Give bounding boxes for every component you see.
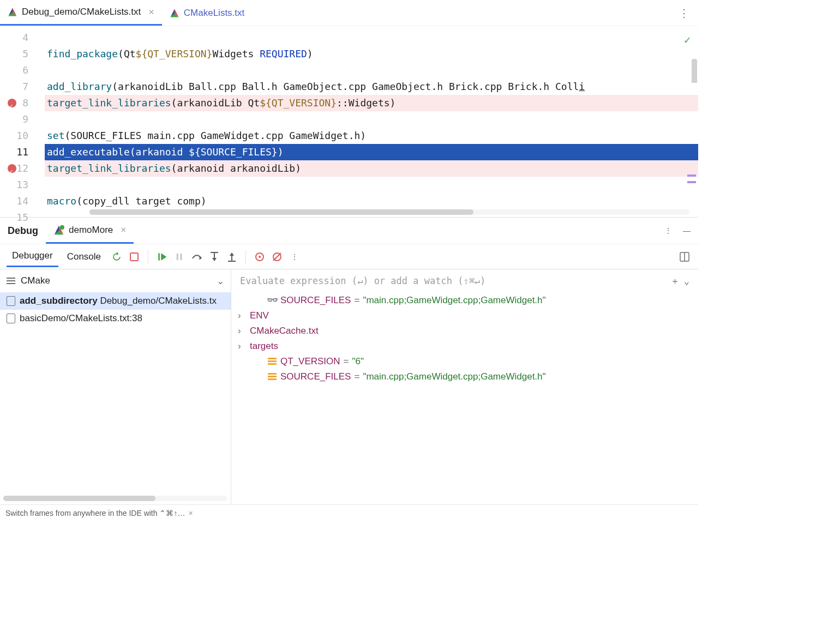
frame-row[interactable]: basicDemo/CMakeLists.txt:38 — [0, 310, 231, 327]
expand-icon[interactable]: › — [238, 326, 247, 336]
line-number: 15 — [0, 209, 45, 226]
variable-eq: = — [344, 356, 349, 367]
variable-name: ENV — [250, 310, 269, 321]
frames-thread-dropdown[interactable]: CMake ⌄ — [0, 269, 231, 292]
svg-marker-21 — [230, 252, 234, 256]
line-number: 11 — [0, 144, 45, 160]
svg-rect-36 — [268, 376, 277, 377]
variable-row[interactable]: › ENV — [231, 308, 698, 323]
tab-debugger[interactable]: Debugger — [7, 246, 58, 267]
mute-breakpoints-icon[interactable] — [270, 250, 284, 264]
svg-rect-34 — [268, 363, 277, 365]
svg-rect-14 — [177, 254, 178, 260]
line-number: 4 — [0, 29, 45, 46]
debug-more-icon[interactable]: ⋮ — [664, 226, 672, 235]
tabs-more-icon[interactable]: ⋮ — [670, 7, 698, 20]
add-watch-icon[interactable]: ＋ — [670, 275, 680, 287]
svg-rect-32 — [268, 358, 277, 359]
expand-icon[interactable]: › — [238, 341, 247, 352]
pause-icon[interactable] — [172, 250, 187, 264]
variable-row[interactable]: › targets — [231, 339, 698, 354]
svg-rect-35 — [268, 373, 277, 375]
svg-marker-13 — [161, 253, 166, 260]
breakpoint-icon[interactable] — [8, 164, 16, 173]
variable-name: targets — [250, 341, 278, 352]
line-number: 12 — [0, 160, 45, 177]
line-number: 5 — [0, 46, 45, 62]
tab-cmakelists[interactable]: CMakeLists.txt — [162, 0, 252, 26]
line-number: 10 — [0, 128, 45, 144]
close-tip-icon[interactable]: × — [188, 509, 193, 517]
line-number: 6 — [0, 62, 45, 79]
variable-value: "main.cpp;GameWidget.cpp;GameWidget.h" — [363, 371, 545, 382]
frames-dropdown-label: CMake — [21, 275, 50, 286]
variable-name: SOURCE_FILES — [280, 295, 351, 306]
stack-var-icon — [267, 373, 277, 381]
svg-rect-33 — [268, 360, 277, 362]
variable-row[interactable]: 👓 SOURCE_FILES = "main.cpp;GameWidget.cp… — [231, 292, 698, 308]
close-icon[interactable]: × — [121, 225, 126, 236]
view-breakpoints-icon[interactable] — [253, 250, 267, 264]
cmake-icon — [170, 8, 179, 18]
variable-row[interactable]: SOURCE_FILES = "main.cpp;GameWidget.cpp;… — [231, 369, 698, 384]
svg-point-24 — [259, 256, 261, 258]
variable-name: CMakeCache.txt — [250, 326, 319, 336]
minimize-icon[interactable]: — — [683, 226, 691, 235]
editor-tabs-bar: Debug_demo/CMakeLists.txt × CMakeLists.t… — [0, 0, 698, 26]
step-into-icon[interactable] — [207, 250, 221, 264]
variable-eq: = — [354, 295, 359, 306]
frame-function-name: add_subdirectory — [20, 296, 98, 306]
svg-marker-18 — [212, 258, 217, 261]
close-icon[interactable]: × — [148, 7, 154, 18]
variable-value: "6" — [352, 356, 364, 367]
variable-value: "main.cpp;GameWidget.cpp;GameWidget.h" — [363, 295, 545, 306]
layout-settings-icon[interactable] — [677, 250, 692, 264]
editor-scrollbar-horizontal[interactable] — [89, 209, 689, 215]
cmake-icon — [8, 7, 17, 17]
expand-icon[interactable]: › — [238, 310, 247, 321]
cmake-run-icon — [53, 225, 64, 236]
check-ok-icon: ✓ — [684, 32, 691, 48]
status-tip: Switch frames from anywhere in the IDE w… — [5, 509, 185, 517]
tab-console[interactable]: Console — [62, 247, 106, 267]
breakpoint-icon[interactable] — [8, 99, 16, 107]
tab-label: Debug_demo/CMakeLists.txt — [22, 7, 141, 17]
step-over-icon[interactable] — [190, 250, 204, 264]
frame-location: Debug_demo/CMakeLists.tx — [100, 296, 217, 306]
variables-panel: Evaluate expression (↵) or add a watch (… — [231, 269, 698, 504]
debug-toolbar: Debugger Console ⋮ — [0, 244, 698, 269]
svg-rect-12 — [158, 253, 160, 260]
step-out-icon[interactable] — [225, 250, 239, 264]
editor-gutter: 4 5 6 7 8 9 10 11 12 13 14 15 — [0, 26, 45, 217]
variable-row[interactable]: › CMakeCache.txt — [231, 323, 698, 339]
debug-run-config-tab[interactable]: demoMore × — [46, 218, 134, 244]
tab-debug-demo-cmakelists[interactable]: Debug_demo/CMakeLists.txt × — [0, 0, 162, 26]
line-number: 13 — [0, 177, 45, 193]
frames-scrollbar-horizontal[interactable] — [3, 496, 227, 501]
frame-row[interactable]: add_subdirectory Debug_demo/CMakeLists.t… — [0, 292, 231, 310]
chevron-down-icon[interactable]: ⌄ — [684, 275, 689, 286]
debug-body: CMake ⌄ add_subdirectory Debug_demo/CMak… — [0, 269, 698, 504]
editor-minimap[interactable] — [692, 59, 697, 103]
line-number: 9 — [0, 111, 45, 128]
editor-marker — [687, 181, 696, 183]
tab-label: CMakeLists.txt — [184, 8, 244, 19]
editor-code[interactable]: find_package(Qt${QT_VERSION}Widgets REQU… — [45, 26, 698, 217]
line-number: 7 — [0, 79, 45, 95]
editor-area: 4 5 6 7 8 9 10 11 12 13 14 15 find_packa… — [0, 26, 698, 217]
run-config-label: demoMore — [69, 225, 113, 236]
svg-rect-37 — [268, 378, 277, 380]
status-bar: Switch frames from anywhere in the IDE w… — [0, 504, 698, 521]
variable-row[interactable]: QT_VERSION = "6" — [231, 354, 698, 369]
frame-location: basicDemo/CMakeLists.txt:38 — [20, 313, 142, 324]
debug-title: Debug — [8, 225, 38, 237]
rerun-icon[interactable] — [110, 250, 124, 264]
svg-rect-15 — [181, 254, 182, 260]
variables-expression-input[interactable]: Evaluate expression (↵) or add a watch (… — [231, 269, 698, 292]
resume-icon[interactable] — [155, 250, 169, 264]
file-icon — [7, 314, 15, 323]
variable-name: SOURCE_FILES — [280, 371, 351, 382]
file-icon — [7, 296, 15, 306]
toolbar-more-icon[interactable]: ⋮ — [287, 250, 302, 264]
stop-icon[interactable] — [127, 250, 141, 264]
